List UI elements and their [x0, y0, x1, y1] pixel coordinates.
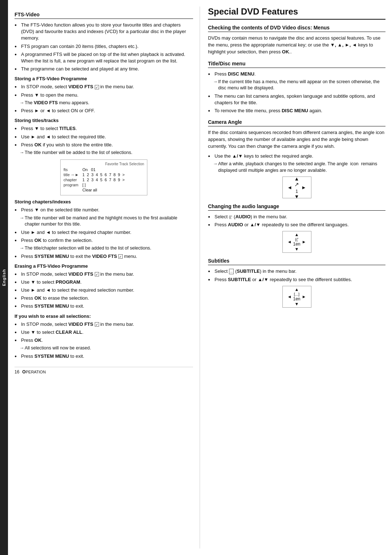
- diagram-row: program [ ]: [64, 183, 144, 187]
- audio-language-widget: ▲ ◄ (('1en ► ▼: [282, 231, 311, 253]
- title-disc-menu-title: Title/Disc menu: [208, 61, 385, 68]
- arrow-item: The title number will be added to the li…: [15, 150, 193, 156]
- right-column: Special DVD Features Checking the conten…: [200, 7, 392, 548]
- right-arrow-icon: ►: [302, 239, 306, 244]
- sidebar-label: English: [2, 269, 6, 286]
- list-item: Press SYSTEM MENU to exit the VIDEO FTS …: [15, 253, 193, 260]
- list-item: In STOP mode, select VIDEO FTS ✓ in the …: [15, 321, 193, 328]
- left-column: FTS-Video The FTS-Video function allows …: [8, 7, 200, 548]
- list-item: Use ► and ◄ to select the required title…: [15, 134, 193, 140]
- sidebar: English: [0, 0, 8, 555]
- diagram-label: program: [64, 183, 82, 187]
- list-item: Press ▼ to open the menu.: [15, 92, 193, 98]
- diagram-label: chapter: [64, 178, 82, 182]
- left-arrow-icon: ◄: [287, 185, 292, 190]
- checking-title: Checking the contents of DVD Video discs…: [208, 25, 385, 32]
- checking-body: DVDs may contain menus to navigate the d…: [208, 35, 385, 56]
- footer-page-num: 16: [15, 369, 19, 374]
- list-item: Use ▼ to select PROGRAM.: [15, 279, 193, 285]
- arrow-item: All selections will now be erased.: [15, 345, 193, 352]
- up-arrow-icon: ▲: [295, 232, 299, 237]
- camera-widget-wrap: ▲ ◄ ↗1 ► ▼: [208, 177, 385, 198]
- nav-row-mid: ◄ ↗1 ►: [283, 181, 311, 194]
- list-item: The FTS-Video function allows you to sto…: [15, 22, 193, 42]
- list-item: Press OK to confirm the selection.: [15, 237, 193, 244]
- nav-row-bot: ▼: [283, 194, 311, 199]
- storing-programme-list: In STOP mode, select VIDEO FTS ✓ in the …: [15, 84, 193, 114]
- audio-widget-wrap: ▲ ◄ (('1en ► ▼: [208, 231, 385, 253]
- list-item: The programme can be selected and played…: [15, 66, 193, 72]
- footer-section: OPERATION: [22, 369, 46, 374]
- diagram-value: 1 2 3 4 5 6 7 8 9 >: [82, 178, 125, 182]
- list-item: Use the ▲/▼ keys to select the required …: [208, 153, 385, 159]
- up-arrow-icon: ▲: [295, 287, 299, 292]
- footer: 16 OPERATION: [15, 367, 193, 374]
- camera-angle-widget: ▲ ◄ ↗1 ► ▼: [282, 177, 311, 198]
- storing-chapters-title: Storing chapters/indexes: [15, 199, 193, 204]
- list-item: Press OK if you wish to store the entire…: [15, 142, 193, 148]
- right-arrow-icon: ►: [301, 185, 306, 190]
- diagram-title: Favorite Track Selection: [64, 162, 144, 166]
- diagram-row: fts On 01: [64, 167, 144, 172]
- up-arrow-icon: ▲: [294, 176, 299, 181]
- camera-angle-title: Camera Angle: [208, 119, 385, 126]
- list-item: Use ► and ◄ to select the required selec…: [15, 287, 193, 293]
- check-icon: ✓: [95, 85, 99, 89]
- aw-row-top: ▲: [283, 232, 311, 237]
- audio-language-title: Changing the audio language: [208, 203, 385, 211]
- diagram-label: fts: [64, 167, 82, 172]
- erase-all-title: If you wish to erase all selections:: [15, 313, 193, 319]
- right-arrow-icon: ►: [302, 294, 306, 299]
- fts-diagram: Favorite Track Selection fts On 01 title…: [60, 159, 147, 195]
- list-item: Press SYSTEM MENU to exit.: [15, 353, 193, 360]
- diagram-value: Clear all: [82, 188, 97, 192]
- camera-angle-list: Use the ▲/▼ keys to select the required …: [208, 153, 385, 174]
- list-item: Press OK.: [15, 337, 193, 344]
- arrow-item: The title/chapter selection will be adde…: [15, 245, 193, 252]
- aw-row-bot: ▼: [283, 247, 311, 252]
- list-item: Select ((ʻ (AUDIO) in the menu bar.: [208, 214, 385, 220]
- page-content: FTS-Video The FTS-Video function allows …: [8, 0, 392, 555]
- audio-language-list: Select ((ʻ (AUDIO) in the menu bar. Pres…: [208, 214, 385, 228]
- arrow-item: After a while, playback changes to the s…: [208, 161, 385, 174]
- diagram-row: title ↔► 1 2 3 4 5 6 7 8 9 >: [64, 173, 144, 177]
- list-item: Press AUDIO or ▲/▼ repeatedly to see the…: [208, 222, 385, 228]
- check-icon: ✓: [118, 254, 123, 259]
- aw-center: [...]1en: [291, 292, 302, 301]
- diagram-value: 1 2 3 4 5 6 7 8 9 >: [82, 173, 125, 177]
- arrow-item: The title number will be marked and the …: [15, 215, 193, 228]
- list-item: Press ▼ on the selected title number.: [15, 207, 193, 213]
- aw-row-mid: ◄ [...]1en ►: [283, 292, 311, 301]
- aw-row-mid: ◄ (('1en ►: [283, 237, 311, 247]
- subtitle-widget-wrap: ▲ ◄ [...]1en ► ▼: [208, 286, 385, 308]
- intro-list: The FTS-Video function allows you to sto…: [15, 22, 193, 72]
- diagram-row: chapter 1 2 3 4 5 6 7 8 9 >: [64, 178, 144, 182]
- aw-row-top: ▲: [283, 287, 311, 292]
- left-arrow-icon: ◄: [287, 239, 292, 244]
- audio-icon: ((ʻ: [229, 215, 233, 220]
- aw-row-bot: ▼: [283, 301, 311, 307]
- nav-row-top: ▲: [283, 176, 311, 181]
- list-item: Use ► and ◄ to select the required chapt…: [15, 229, 193, 236]
- subtitles-title: Subtitles: [208, 258, 385, 265]
- list-item: Use ▼ to select CLEAR ALL.: [15, 329, 193, 336]
- subtitle-icon: ...: [229, 269, 234, 274]
- list-item: A programmed FTS will be placed on top o…: [15, 51, 193, 64]
- list-item: In STOP mode, select VIDEO FTS ✓ in the …: [15, 84, 193, 90]
- erase-all-list: In STOP mode, select VIDEO FTS ✓ in the …: [15, 321, 193, 360]
- page-title: Special DVD Features: [208, 7, 385, 20]
- list-item: In STOP mode, select VIDEO FTS ✓ in the …: [15, 271, 193, 278]
- fts-video-title: FTS-Video: [15, 12, 193, 19]
- list-item: To remove the title menu, press DISC MEN…: [208, 108, 385, 114]
- arrow-item: The VIDEO FTS menu appears.: [15, 100, 193, 106]
- down-arrow-icon: ▼: [295, 247, 299, 252]
- list-item: Press ► or ◄ to select ON or OFF.: [15, 108, 193, 114]
- arrow-item: If the current title has a menu, the men…: [208, 79, 385, 92]
- left-arrow-icon: ◄: [287, 294, 292, 299]
- list-item: Press ▼ to select TITLES.: [15, 125, 193, 132]
- erasing-programme-list: In STOP mode, select VIDEO FTS ✓ in the …: [15, 271, 193, 310]
- list-item: Select ... (SUBTITLE) in the menu bar.: [208, 268, 385, 275]
- erasing-programme-title: Erasing a FTS-Video Programme: [15, 263, 193, 269]
- title-disc-menu-list: Press DISC MENU. If the current title ha…: [208, 71, 385, 114]
- list-item: The menu can list camera angles, spoken …: [208, 93, 385, 106]
